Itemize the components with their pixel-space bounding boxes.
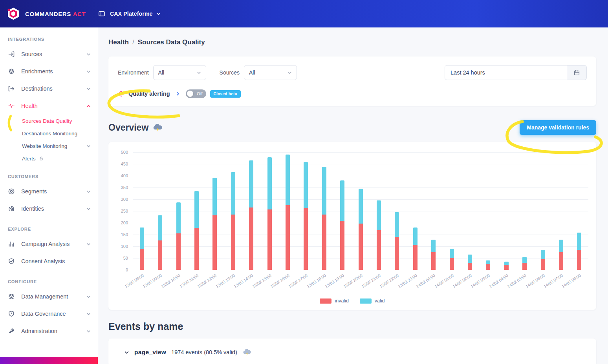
sidebar-item-segments[interactable]: Segments [0,183,98,200]
chevron-right-icon[interactable] [176,91,180,96]
legend-label: invalid [335,298,348,304]
workspace-selector[interactable]: CAX Plateforme [110,11,161,17]
sidebar-subitem-destinations-monitoring[interactable]: Destinations Monitoring [0,127,98,140]
sidebar-item-consent-analysis[interactable]: Consent Analysis [0,253,98,270]
stacked-bar [559,240,563,270]
bar-column: 13/02 13:00 [224,152,242,270]
valid-segment [541,250,545,259]
bar-column: 13/02 15:00 [260,152,278,270]
valid-segment [413,228,418,245]
layers-icon [8,293,16,300]
sidebar-item-health[interactable]: Health [0,97,98,115]
sidebar-subitem-alerts[interactable]: Alerts [0,152,98,165]
x-axis-label: 14/02 07:00 [543,273,564,289]
sidebar-item-data-management[interactable]: Data Management [0,288,98,305]
legend-item-invalid[interactable]: invalid [320,298,348,304]
valid-segment [559,240,563,252]
stacked-bar [176,202,181,270]
gridline [133,270,588,270]
bar-chart-icon [8,240,16,248]
sidebar: INTEGRATIONS Sources Enrichments Destina… [0,27,98,364]
valid-segment [431,240,436,252]
invalid-segment [395,237,399,270]
valid-segment [468,255,472,263]
stacked-bar [158,215,162,270]
sidebar-item-campaign-analysis[interactable]: Campaign Analysis [0,235,98,253]
valid-segment [158,215,162,240]
stacked-bar [377,200,381,270]
overview-title: Overview [108,122,163,133]
x-axis-label: 13/02 22:00 [379,273,399,289]
calendar-button[interactable] [567,65,587,80]
top-header: COMMANDERS ACT CAX Plateforme [0,0,608,27]
chevron-down-icon [86,295,91,299]
manage-validation-rules-button[interactable]: Manage validation rules [520,120,596,135]
valid-segment [176,202,181,233]
invalid-segment [176,233,181,270]
bar-column: 14/02 02:00 [461,152,479,270]
sidebar-item-administration[interactable]: Administration [0,322,98,340]
breadcrumb-section[interactable]: Health [108,38,129,46]
event-summary: 1974 events (80.5% valid) [171,349,237,355]
chevron-up-icon [86,104,91,108]
y-axis-tick: 350 [121,185,128,190]
chevron-down-icon [86,69,91,74]
legend-item-valid[interactable]: valid [360,298,385,304]
invalid-segment [522,263,527,270]
toggle-knob [187,91,193,97]
valid-segment [194,191,199,228]
sidebar-item-data-governance[interactable]: Data Governance [0,305,98,322]
x-axis-label: 13/02 08:00 [124,273,145,289]
y-axis-tick: 250 [121,209,128,213]
invalid-segment [559,252,563,270]
calendar-icon [573,69,580,76]
environment-label: Environment [118,69,149,76]
sidebar-subitem-website-monitoring[interactable]: Website Monitoring [0,140,98,152]
sources-select[interactable]: All [244,65,297,80]
y-axis: 050100150200250300350400450500 [116,152,133,270]
date-range-input[interactable] [445,65,567,80]
destinations-icon [8,85,16,93]
bar-column: 13/02 22:00 [388,152,406,270]
y-axis-tick: 300 [121,197,128,202]
invalid-segment [359,224,363,270]
overview-header: Overview Manage validation rules [108,120,596,135]
sidebar-item-identities[interactable]: Identities [0,200,98,217]
invalid-segment [450,258,454,270]
quality-alerting-toggle[interactable]: Off [186,89,206,98]
invalid-segment [541,259,545,270]
y-axis-tick: 450 [121,162,128,166]
chevron-down-icon[interactable] [124,350,129,355]
legend-swatch [360,298,372,304]
breadcrumb-separator: / [132,38,134,46]
environment-select[interactable]: All [153,65,206,80]
bar-column: 14/02 03:00 [479,152,497,270]
stacked-bar [522,257,527,270]
sidebar-item-destinations[interactable]: Destinations [0,80,98,97]
sidebar-item-sources[interactable]: Sources [0,46,98,63]
event-name: page_view [134,349,166,356]
invalid-segment [249,207,253,270]
valid-segment [249,160,253,207]
section-title-explore: EXPLORE [0,217,98,235]
stacked-bar [340,180,344,270]
stacked-bar [140,228,144,270]
stacked-bar [577,233,581,270]
panel-toggle-icon[interactable] [98,10,105,17]
chevron-down-icon [197,71,201,75]
workspace-name: CAX Plateforme [110,11,153,17]
x-axis-label: 13/02 23:00 [397,273,418,289]
event-row-page-view[interactable]: page_view 1974 events (80.5% valid) [108,339,596,364]
bar-column: 14/02 00:00 [425,152,443,270]
bar-column: 13/02 14:00 [242,152,260,270]
sidebar-item-enrichments[interactable]: Enrichments [0,63,98,80]
sidebar-subitem-sources-data-quality[interactable]: Sources Data Quality [0,115,98,127]
valid-segment [212,178,217,215]
x-axis-label: 13/02 15:00 [251,273,272,289]
overview-chart-card: 050100150200250300350400450500 13/02 08:… [108,142,596,310]
stacked-bar [413,228,418,270]
invalid-segment [431,252,436,270]
invalid-segment [413,245,418,270]
toggle-state-label: Off [197,91,202,96]
bar-column: 14/02 04:00 [497,152,515,270]
